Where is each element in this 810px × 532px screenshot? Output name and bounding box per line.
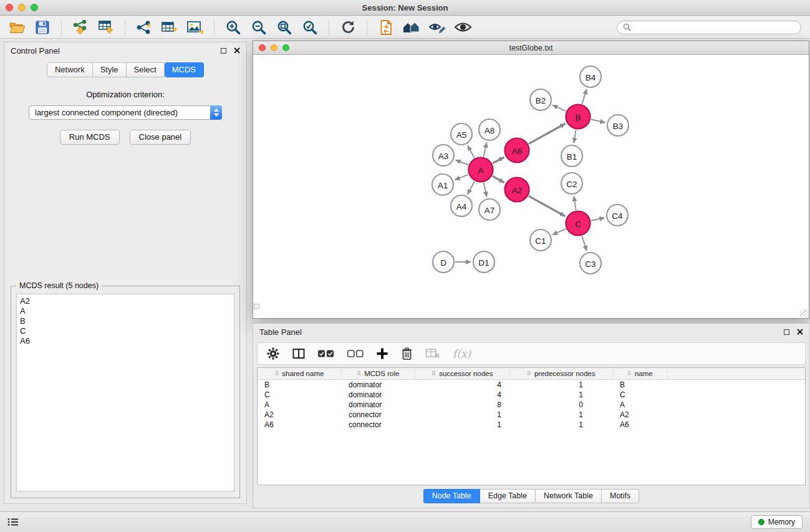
panel-list-icon[interactable]: [7, 518, 19, 526]
column-header[interactable]: ⠿MCDS role: [342, 368, 415, 379]
run-mcds-button[interactable]: Run MCDS: [60, 130, 120, 145]
table-cell[interactable]: C: [258, 390, 342, 400]
delete-column-icon[interactable]: [401, 347, 413, 360]
table-cell[interactable]: 1: [510, 380, 613, 390]
add-column-icon[interactable]: [376, 347, 388, 360]
graph-edge-A2-C[interactable]: [529, 196, 566, 216]
column-header[interactable]: ⠿predecessor nodes: [510, 368, 613, 379]
mcds-result-list[interactable]: A2ABCA6: [16, 294, 234, 491]
graph-edge-B-B1[interactable]: [574, 130, 576, 143]
graph-node-A1[interactable]: A1: [432, 174, 453, 195]
resize-grip-icon[interactable]: [800, 309, 808, 317]
tab-edge-table[interactable]: Edge Table: [480, 489, 536, 503]
graph-edge-C-C2[interactable]: [574, 196, 576, 210]
table-row[interactable]: Bdominator41B: [258, 380, 805, 390]
graph-edge-A-A2[interactable]: [493, 176, 504, 182]
graph-node-D1[interactable]: D1: [473, 251, 494, 273]
graph-node-B1[interactable]: B1: [561, 145, 582, 167]
table-cell[interactable]: 1: [510, 390, 613, 400]
apply-layout-button[interactable]: [337, 18, 359, 37]
tab-network-table[interactable]: Network Table: [536, 489, 602, 503]
table-cell[interactable]: connector: [342, 410, 415, 420]
graph-edge-A-A1[interactable]: [455, 175, 468, 180]
table-cell[interactable]: 1: [415, 410, 510, 420]
table-cell[interactable]: dominator: [342, 380, 415, 390]
tab-style[interactable]: Style: [93, 62, 127, 77]
network-canvas[interactable]: B4B2BB3A8A5A6B1A3AC2A1A2A4A7C4CC1C3DD1: [253, 56, 809, 318]
zoom-in-button[interactable]: [223, 18, 244, 37]
graph-edge-A-A3[interactable]: [456, 160, 468, 165]
duplicate-network-button[interactable]: [375, 18, 397, 37]
table-cell[interactable]: 8: [415, 400, 510, 410]
graph-edge-A-A4[interactable]: [468, 181, 475, 195]
close-panel-button[interactable]: Close panel: [130, 130, 191, 145]
graph-node-B2[interactable]: B2: [530, 89, 551, 110]
zoom-fit-button[interactable]: [274, 18, 295, 37]
graph-node-A5[interactable]: A5: [451, 123, 472, 145]
graph-node-B4[interactable]: B4: [580, 66, 601, 87]
table-row[interactable]: Adominator80A: [258, 400, 805, 410]
graph-node-C4[interactable]: C4: [607, 205, 628, 226]
import-table-button[interactable]: [95, 18, 117, 37]
column-view-icon[interactable]: [292, 348, 305, 359]
graph-edge-B-B4[interactable]: [582, 89, 586, 104]
graph-edge-A-A8[interactable]: [484, 143, 487, 157]
table-cell[interactable]: A6: [258, 420, 342, 430]
export-network-button[interactable]: [133, 18, 155, 37]
float-panel-icon[interactable]: [221, 48, 226, 54]
tab-motifs[interactable]: Motifs: [602, 489, 639, 503]
graph-node-A[interactable]: A: [469, 158, 493, 182]
network-graph[interactable]: B4B2BB3A8A5A6B1A3AC2A1A2A4A7C4CC1C3DD1: [253, 56, 809, 318]
optimization-criterion-dropdown[interactable]: largest connected component (directed): [29, 105, 222, 120]
tab-mcds[interactable]: MCDS: [165, 62, 204, 77]
table-cell[interactable]: connector: [342, 420, 415, 430]
table-row[interactable]: A2connector11A2: [258, 410, 805, 420]
graph-node-D[interactable]: D: [433, 251, 454, 273]
memory-button[interactable]: Memory: [751, 515, 803, 529]
table-cell[interactable]: dominator: [342, 400, 415, 410]
table-row[interactable]: Cdominator41C: [258, 390, 805, 400]
zoom-window-button[interactable]: [31, 4, 38, 11]
table-cell[interactable]: A: [258, 400, 342, 410]
table-cell[interactable]: B: [613, 380, 668, 390]
table-cell[interactable]: 4: [415, 380, 510, 390]
graph-edge-C-C4[interactable]: [591, 218, 604, 220]
deselect-all-icon[interactable]: [347, 348, 364, 359]
graph-edge-A-A5[interactable]: [468, 145, 475, 158]
graph-edge-B-B3[interactable]: [591, 120, 605, 123]
mcds-result-item[interactable]: A2: [20, 296, 231, 306]
graph-edge-A6-B[interactable]: [529, 123, 566, 143]
graph-node-C2[interactable]: C2: [561, 173, 582, 194]
mcds-result-item[interactable]: B: [20, 316, 231, 326]
export-image-button[interactable]: [185, 18, 206, 37]
float-table-panel-icon[interactable]: [784, 329, 789, 335]
table-cell[interactable]: 1: [510, 420, 613, 430]
table-cell[interactable]: 1: [415, 420, 510, 430]
tab-select[interactable]: Select: [127, 62, 165, 77]
graph-node-A6[interactable]: A6: [505, 138, 529, 163]
import-network-button[interactable]: [70, 18, 91, 37]
graph-edge-B-B2[interactable]: [552, 105, 566, 112]
graph-edge-A-A6[interactable]: [493, 157, 504, 163]
table-row[interactable]: A6connector11A6: [258, 420, 805, 430]
open-file-button[interactable]: [6, 18, 27, 37]
save-session-button[interactable]: [32, 18, 53, 37]
table-cell[interactable]: C: [613, 390, 668, 400]
column-header[interactable]: ⠿name: [613, 368, 668, 379]
graph-node-A8[interactable]: A8: [479, 119, 500, 140]
search-field[interactable]: [617, 21, 801, 34]
show-hide-button[interactable]: [452, 18, 473, 37]
close-window-button[interactable]: [6, 4, 13, 11]
close-network-window-button[interactable]: [259, 44, 266, 51]
graph-node-A2[interactable]: A2: [505, 178, 529, 202]
mcds-result-item[interactable]: A6: [20, 336, 231, 346]
graph-node-C3[interactable]: C3: [580, 253, 601, 274]
zoom-network-window-button[interactable]: [282, 44, 289, 51]
graph-edge-C-C1[interactable]: [552, 229, 566, 235]
zoom-selected-button[interactable]: [299, 18, 321, 37]
graph-node-C[interactable]: C: [566, 211, 591, 236]
birdseye-toggle[interactable]: [254, 304, 259, 309]
table-cell[interactable]: A2: [258, 410, 342, 420]
select-all-icon[interactable]: [317, 348, 334, 359]
graph-node-B3[interactable]: B3: [607, 115, 629, 136]
